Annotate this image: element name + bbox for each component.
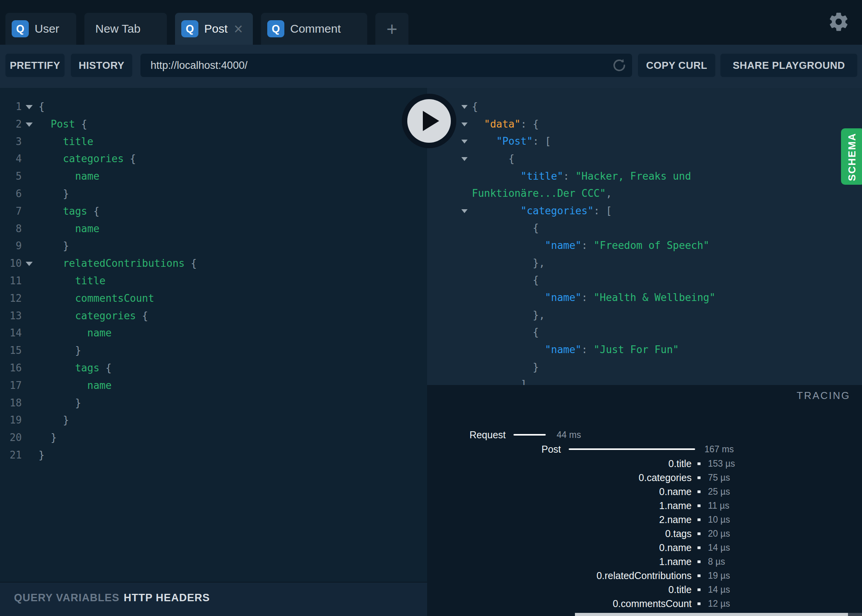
history-button[interactable]: HISTORY [71,54,132,77]
graphql-field: name [75,170,100,182]
query-line[interactable]: 19 } [0,411,427,429]
punctuation: { [533,274,539,286]
tracing-duration: 75 µs [708,472,730,483]
punctuation: , [606,187,612,199]
tracing-label: Post [427,444,561,455]
schema-side-tab[interactable]: SCHEMA [841,128,862,185]
reload-button[interactable] [611,57,627,74]
query-code: name [39,324,112,342]
tab-new-tab[interactable]: New Tab [84,13,167,45]
copy-curl-button[interactable]: COPY CURL [638,54,715,77]
query-line[interactable]: 4 categories { [0,150,427,168]
query-editor-pane[interactable]: 1{2 Post {3 title4 categories {5 name6 }… [0,88,427,582]
tracing-row: 0.commentsCount12 µs [427,597,862,611]
chevron-down-icon[interactable] [461,209,468,213]
json-string-value: "Freedom of Speech" [594,240,709,251]
line-number: 15 [0,342,22,359]
query-code: } [39,394,81,412]
tab-label: Comment [290,22,341,35]
endpoint-url-input[interactable] [140,54,632,77]
tracing-label: 0.title [427,458,692,469]
query-line[interactable]: 12 commentsCount [0,290,427,307]
execute-query-button[interactable] [402,94,456,148]
query-code: tags { [39,359,112,377]
tracing-bar [513,434,546,436]
tracing-duration: 11 µs [708,500,729,511]
tracing-label: 0.categories [427,472,692,483]
punctuation: { [39,101,45,112]
query-line[interactable]: 21} [0,446,427,464]
tracing-dot [697,518,701,521]
query-code: title [39,272,105,290]
new-tab-button[interactable]: + [375,13,408,45]
close-icon[interactable]: × [234,21,243,37]
tracing-row: 2.name10 µs [427,513,862,527]
play-triangle [423,111,439,131]
query-line[interactable]: 20 } [0,429,427,446]
query-line[interactable]: 7 tags { [0,203,427,220]
query-line[interactable]: 5 name [0,168,427,185]
query-line[interactable]: 14 name [0,324,427,342]
tracing-label: 0.commentsCount [427,598,692,609]
share-playground-button[interactable]: SHARE PLAYGROUND [720,54,857,77]
tracing-duration: 44 ms [557,430,581,440]
query-line[interactable]: 18 } [0,394,427,412]
chevron-down-icon[interactable] [461,140,468,144]
chevron-down-icon[interactable] [26,105,33,109]
query-line[interactable]: 15 } [0,342,427,359]
punctuation: { [533,326,539,338]
query-badge: Q [267,20,284,37]
tracing-panel[interactable]: TRACING Request44 msPost167 ms0.title153… [427,385,862,616]
query-line[interactable]: 9 } [0,237,427,255]
tracing-row: 0.name25 µs [427,485,862,499]
line-number: 9 [0,237,22,255]
query-variables-tab[interactable]: QUERY VARIABLES [14,592,119,604]
http-headers-tab[interactable]: HTTP HEADERS [124,592,210,604]
query-code: categories { [39,150,136,168]
settings-button[interactable] [828,11,850,33]
response-line: "data": { [427,116,862,133]
punctuation: { [87,205,99,217]
query-line[interactable]: 8 name [0,220,427,238]
line-number: 16 [0,359,22,377]
tracing-dot [697,462,701,465]
query-line[interactable]: 10 relatedContributions { [0,255,427,272]
query-line[interactable]: 17 name [0,377,427,394]
horizontal-scrollbar[interactable] [575,613,848,616]
query-line[interactable]: 16 tags { [0,359,427,377]
tracing-label: 0.name [427,486,692,497]
query-line[interactable]: 13 categories { [0,307,427,325]
graphql-playground-window: Q User New Tab Q Post × Q Comment + [0,0,862,616]
tracing-label: 2.name [427,514,692,525]
query-line[interactable]: 2 Post { [0,116,427,133]
query-line[interactable]: 1{ [0,98,427,116]
query-line[interactable]: 3 title [0,133,427,150]
query-code: } [39,342,81,359]
tracing-row: 1.name8 µs [427,555,862,569]
tab-post[interactable]: Q Post × [175,13,253,45]
tracing-dot [697,476,701,479]
chevron-down-icon[interactable] [461,122,468,126]
chevron-down-icon[interactable] [461,157,468,161]
line-number: 2 [0,116,22,133]
response-code: "name": "Health & Wellbeing" [472,289,715,306]
tab-strip: Q User New Tab Q Post × Q Comment + [5,13,408,45]
prettify-button[interactable]: PRETTIFY [5,54,65,77]
punctuation: } [75,345,81,356]
query-badge: Q [12,20,29,37]
tracing-duration: 167 ms [704,444,734,455]
chevron-down-icon[interactable] [26,262,33,266]
punctuation: { [100,362,112,374]
graphql-field: commentsCount [75,292,154,304]
plus-icon: + [386,18,397,40]
chevron-down-icon[interactable] [461,105,468,109]
response-line: "title": "Hacker, Freaks und [427,168,862,185]
query-line[interactable]: 6 } [0,185,427,203]
chevron-down-icon[interactable] [26,122,33,127]
query-code: { [39,98,45,116]
tab-user[interactable]: Q User [5,13,76,45]
tracing-row: 1.name11 µs [427,499,862,513]
tab-comment[interactable]: Q Comment [261,13,367,45]
query-line[interactable]: 11 title [0,272,427,290]
tab-label: Post [204,22,228,35]
